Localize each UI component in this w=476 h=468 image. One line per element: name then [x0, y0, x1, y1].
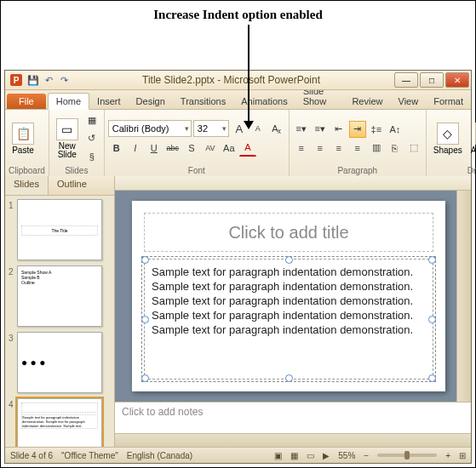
ribbon-tabs: File Home Insert Design Transitions Anim…: [5, 90, 471, 110]
view-slideshow-icon[interactable]: ▶: [323, 451, 330, 460]
qat-save-icon[interactable]: 💾: [27, 74, 39, 86]
drawing-label: Drawing: [430, 165, 476, 176]
bold-button[interactable]: B: [108, 140, 125, 157]
close-button[interactable]: ✕: [445, 72, 469, 88]
slide-area: Click to add title: [115, 176, 471, 448]
numbering-button[interactable]: ≡▾: [312, 121, 329, 138]
smartart-button[interactable]: ⬚: [405, 140, 422, 157]
tab-transitions[interactable]: Transitions: [173, 94, 233, 109]
workspace: Slides Outline 1The Title 2Sample Show A…: [5, 176, 471, 448]
qat-undo-icon[interactable]: ↶: [43, 74, 54, 86]
group-drawing: ◇Shapes ▦Arrange ◪Quick Styles Drawing: [427, 110, 476, 176]
tab-view[interactable]: View: [391, 94, 427, 109]
zoom-out-button[interactable]: −: [364, 451, 369, 460]
new-slide-button[interactable]: ▭ New Slide: [53, 117, 82, 161]
italic-button[interactable]: I: [127, 140, 144, 157]
annotation-arrow: [248, 25, 249, 123]
ruler: [115, 176, 471, 191]
handle-sw[interactable]: [141, 374, 149, 382]
char-spacing-button[interactable]: AV: [202, 140, 219, 157]
view-reading-icon[interactable]: ▭: [307, 451, 314, 460]
view-normal-icon[interactable]: ▣: [274, 451, 282, 460]
view-sorter-icon[interactable]: ▦: [290, 451, 298, 460]
paste-icon: 📋: [12, 123, 34, 145]
align-text-button[interactable]: ⎘: [387, 140, 404, 157]
group-clipboard: 📋 Paste Clipboard: [5, 110, 49, 176]
horizontal-scrollbar[interactable]: [115, 433, 471, 448]
slide[interactable]: Click to add title: [132, 201, 445, 391]
clear-format-button[interactable]: Aᵪ: [268, 120, 285, 137]
vertical-scrollbar[interactable]: [456, 191, 471, 402]
handle-se[interactable]: [428, 374, 436, 382]
status-lang[interactable]: English (Canada): [127, 451, 192, 460]
status-slide: Slide 4 of 6: [10, 451, 53, 460]
qat-redo-icon[interactable]: ↷: [58, 74, 70, 86]
font-size-combo[interactable]: 32: [193, 120, 229, 137]
reset-button[interactable]: ↺: [83, 130, 100, 147]
minimize-button[interactable]: —: [394, 72, 418, 88]
title-placeholder[interactable]: Click to add title: [144, 213, 433, 252]
tab-insert[interactable]: Insert: [89, 94, 129, 109]
underline-button[interactable]: U: [146, 140, 163, 157]
handle-nw[interactable]: [141, 256, 149, 264]
arrange-button[interactable]: ▦Arrange: [467, 121, 476, 157]
strike-button[interactable]: abc: [164, 140, 181, 157]
handle-e[interactable]: [428, 316, 436, 323]
shadow-button[interactable]: S: [183, 140, 200, 157]
zoom-in-button[interactable]: +: [445, 451, 450, 460]
align-right-button[interactable]: ≡: [330, 140, 347, 157]
thumb-4[interactable]: Sample text for paragraph indentation de…: [17, 398, 102, 448]
group-paragraph: ≡▾ ≡▾ ⇤ ⇥ ‡≡ A↕ ≡ ≡ ≡ ≡ ▥: [290, 110, 427, 176]
align-left-button[interactable]: ≡: [293, 140, 310, 157]
font-name-combo[interactable]: Calibri (Body): [108, 120, 192, 137]
app-icon: P: [10, 74, 22, 86]
change-case-button[interactable]: Aa: [221, 140, 238, 157]
group-slides: ▭ New Slide ▦ ↺ § Slides: [49, 110, 105, 176]
new-slide-icon: ▭: [56, 118, 78, 140]
shapes-button[interactable]: ◇Shapes: [430, 121, 466, 157]
thumb-2[interactable]: Sample Show A Sample B Outline: [17, 265, 102, 327]
file-tab[interactable]: File: [7, 94, 46, 109]
tab-design[interactable]: Design: [129, 94, 173, 109]
ribbon: 📋 Paste Clipboard ▭ New Slide ▦ ↺ §: [5, 110, 471, 177]
tab-review[interactable]: Review: [344, 94, 390, 109]
decrease-indent-button[interactable]: ⇤: [330, 121, 347, 138]
font-label: Font: [108, 165, 285, 176]
quick-access-toolbar: 💾 ↶ ↷: [27, 74, 70, 86]
status-bar: Slide 4 of 6 "Office Theme" English (Can…: [5, 447, 471, 463]
increase-indent-button[interactable]: ⇥: [349, 121, 366, 138]
handle-n[interactable]: [285, 256, 293, 264]
zoom-level[interactable]: 55%: [338, 451, 355, 460]
maximize-button[interactable]: □: [420, 72, 444, 88]
layout-button[interactable]: ▦: [83, 112, 100, 129]
outline-tab[interactable]: Outline: [49, 176, 95, 195]
slides-tab[interactable]: Slides: [5, 176, 49, 195]
text-direction-button[interactable]: A↕: [387, 121, 404, 138]
slides-label: Slides: [53, 165, 100, 176]
annotation-label: Increase Indent option enabled: [1, 1, 475, 24]
notes-pane[interactable]: Click to add notes: [115, 402, 471, 433]
status-theme: "Office Theme": [61, 451, 118, 460]
paste-button[interactable]: 📋 Paste: [9, 121, 37, 157]
shapes-icon: ◇: [437, 123, 459, 145]
tab-animations[interactable]: Animations: [233, 94, 295, 109]
section-button[interactable]: §: [83, 148, 100, 165]
line-spacing-button[interactable]: ‡≡: [368, 121, 385, 138]
columns-button[interactable]: ▥: [368, 140, 385, 157]
thumbnails: 1The Title 2Sample Show A Sample B Outli…: [5, 196, 114, 448]
align-center-button[interactable]: ≡: [312, 140, 329, 157]
justify-button[interactable]: ≡: [349, 140, 366, 157]
thumb-1[interactable]: The Title: [17, 199, 102, 260]
tab-format[interactable]: Format: [426, 94, 471, 109]
thumb-3[interactable]: ● ● ●: [17, 332, 102, 393]
slides-panel: Slides Outline 1The Title 2Sample Show A…: [5, 176, 115, 448]
bullets-button[interactable]: ≡▾: [293, 121, 310, 138]
font-color-button[interactable]: A: [239, 139, 256, 157]
content-placeholder[interactable]: Sample text for paragraph indentation de…: [144, 259, 433, 380]
tab-home[interactable]: Home: [48, 93, 89, 110]
handle-s[interactable]: [285, 374, 293, 382]
handle-w[interactable]: [141, 316, 149, 323]
zoom-slider[interactable]: [377, 454, 437, 457]
fit-button[interactable]: ⊞: [459, 451, 466, 460]
handle-ne[interactable]: [428, 256, 436, 264]
